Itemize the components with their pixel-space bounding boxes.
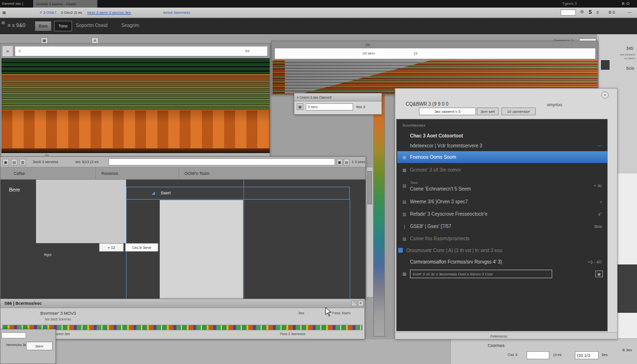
list-icon: ▤ — [345, 160, 349, 164]
menubar-search-input[interactable] — [561, 9, 576, 16]
table-scrollbar-track[interactable] — [366, 167, 373, 298]
right-panel-value: 345 — [626, 46, 633, 51]
list-item-right: — — [598, 143, 602, 148]
combo-window-titlebar[interactable]: ≡ Cesrm 3 ses Oservs3 — [294, 93, 382, 101]
winA-spectro-mid[interactable] — [1, 74, 270, 110]
status-3-label: 3 — [596, 10, 599, 15]
list-item-label: Weeme 3/6 }Orven 3 spec7 — [410, 199, 468, 204]
list-item[interactable]: ] GSE8' | Gses' [7/57 3tns — [397, 220, 608, 232]
bore-button-label: Bore — [38, 24, 47, 28]
table-header-2[interactable]: Revenss — [101, 172, 118, 176]
bore-button[interactable]: Bore — [35, 21, 51, 31]
list-icon: ▤ — [401, 237, 408, 241]
tone-button[interactable]: Tone — [54, 21, 72, 31]
list-item[interactable]: ▦ Gcrnore' 3 s/t 3m oomor — [397, 164, 608, 176]
table-tool-list-icon[interactable]: ▤ — [11, 159, 18, 165]
command-dialog: ✕ CQ&BWR 3 (9 9 0 0 smyrtoo 3ec oseervt … — [395, 88, 618, 339]
grid-icon: ▦ — [401, 168, 408, 173]
toolbar-menu-label[interactable]: ≡ s 9&0 — [8, 23, 26, 28]
combo-select-value: 3 serv — [308, 105, 318, 109]
menubar-app-icon: ▦ — [2, 11, 6, 15]
toolbar-label-1[interactable]: Soportm Oseid — [76, 23, 108, 28]
dialog-sort-button[interactable]: 3cm sert — [477, 108, 499, 115]
bottom-right-panel: Cssrmes Css 3 (3 es 3es B 3es — [450, 338, 637, 364]
menubar-item-2[interactable]: 3 Gev2 | — [61, 11, 75, 15]
dialog-section-header: Sountdes/ses — [402, 124, 425, 127]
list-item[interactable]: Onssmovetr Comr | A) (3 th vst | lrr wrs… — [397, 245, 608, 256]
dialog-subtitle: smyrtoo — [547, 103, 562, 107]
table-search-input[interactable] — [109, 158, 335, 165]
grid-icon: ▦ — [401, 272, 408, 276]
combo-window: ≡ Cesrm 3 ses Oservs3 ▦ 3 serv 4es 3 — [294, 93, 382, 115]
winA-a-tab[interactable]: A — [91, 37, 99, 44]
table-header-1[interactable]: Cefse — [14, 172, 25, 176]
bottom-window-restore-button[interactable]: ❐ — [351, 300, 357, 306]
combo-grid-icon[interactable]: ▦ — [297, 103, 303, 110]
bottom-window-titlebar[interactable]: S86 | Bcermss/esc ❐ ✕ — [0, 299, 364, 308]
table-tooltip: Cec.3r 3erve — [125, 243, 158, 252]
bottom-right-label-b: Fess 3serv — [332, 311, 351, 315]
gear-icon[interactable]: ⚙ — [580, 10, 584, 14]
table-tooltip-label: Cec.3r 3erve — [132, 246, 151, 249]
bottom-right-input-2[interactable] — [575, 351, 599, 359]
table-scrollbar-thumb[interactable] — [367, 171, 372, 204]
winA-spectro-orange[interactable] — [1, 110, 270, 148]
winA-spectro-upper[interactable] — [1, 58, 270, 74]
dialog-more-button-label: 10 usmenssrr — [507, 109, 530, 114]
bottom-right-input-1[interactable] — [527, 351, 549, 359]
bottom-line-1: Bsvrmser' 3 MOV3 — [40, 311, 76, 316]
window-icon: ❐ — [353, 301, 355, 305]
combo-select[interactable]: 3 serv — [306, 103, 353, 110]
list-item[interactable]: ▤ Csnoe f/ss Rssrm/pr/amects — [397, 233, 608, 245]
minimize-icon[interactable]: — — [628, 10, 632, 15]
list-item[interactable]: ▤ Weeme 3/6 }Orven 3 spec7 r — [397, 196, 608, 208]
status-b0-label: B 0 — [609, 10, 615, 15]
combo-window-title: ≡ Cesrm 3 ses Oservs3 — [294, 96, 331, 99]
status-s-icon[interactable]: S — [589, 10, 592, 15]
winB-input-label-2: (3 — [414, 52, 417, 55]
dialog-more-button[interactable]: 10 usmenssrr — [501, 108, 536, 115]
list-item[interactable]: hdeteexcor | Vctr fcommtservere 3 — — [397, 140, 608, 151]
table-header-3[interactable]: OOW'n Tsom — [184, 172, 209, 176]
table-row-label: Bere — [9, 187, 20, 192]
menubar-item-3[interactable]: 3 es — [75, 11, 82, 15]
winA-handle[interactable]: ≈ — [2, 46, 13, 57]
list-item-label: Refade' 3 Ceyscrove Fresseoctoctr'e — [410, 211, 487, 217]
list-item-inline-field[interactable]: Eor#' 3 v0.3c s 3ecsrmsss Ovst a Ssrv/o … — [410, 270, 552, 278]
corner-input[interactable] — [1, 332, 26, 338]
menubar-item-1[interactable]: ≡ 3 OS&7 — [40, 11, 56, 15]
dialog-close-button[interactable]: ✕ — [601, 91, 609, 99]
bottom-right-label-3: 3es — [601, 353, 608, 357]
table-toolbar-label-2: Ies 3(13 (3 es — [75, 160, 99, 164]
table-zoom-spinner[interactable]: × 12 — [99, 243, 124, 252]
bottom-window-close-button[interactable]: ✕ — [358, 300, 364, 306]
toolbar-grid-icon: ▦ — [1, 21, 5, 25]
table-tool-bars-icon[interactable]: ▥ — [19, 159, 26, 165]
list-item[interactable]: ▤ Tsse Csene 'Echnamecn't 5 Seem + 4c — [397, 177, 608, 195]
menubar-item-5[interactable]: wesw 3sermess — [163, 11, 190, 15]
table-header-sep-2 — [179, 167, 179, 180]
titlebar-tab[interactable]: Gromd 3 sscrvs - Oseid — [33, 0, 98, 8]
dialog-sort-button-label: 3cm sert — [481, 109, 495, 114]
list-item-selected[interactable]: ◎ Fnenoos Ooms Soom — [397, 151, 608, 163]
dialog-filter-button[interactable]: 3ec oseervt v 3 — [419, 108, 476, 115]
winA-address-input[interactable] — [15, 46, 268, 56]
tone-button-label: Tone — [58, 24, 68, 28]
table-selection-band[interactable]: ◢ Ssert — [126, 187, 350, 200]
box-icon[interactable]: ▣ — [595, 271, 603, 277]
table-light-column-2 — [160, 200, 243, 299]
list-item-right: 3tns — [594, 224, 602, 229]
list-item[interactable]: ▦ Eor#' 3 v0.3c s 3ecsrmsss Ovst a Ssrv/… — [397, 268, 608, 280]
list-item[interactable]: ▥ Refade' 3 Ceyscrove Fresseoctoctr'e s° — [397, 208, 608, 220]
winA-grid-tab-icon[interactable]: ▦ — [41, 37, 48, 44]
winB-address-input[interactable] — [274, 48, 596, 59]
corner-box[interactable]: 3serv — [26, 342, 53, 350]
list-item[interactable]: Chac 3 Aoet Cotoortoot — [397, 131, 608, 140]
toolbar-label-2[interactable]: Seagrim — [121, 23, 139, 28]
table-tool-box-icon[interactable]: ▣ — [2, 159, 9, 165]
list-item[interactable]: Csrmraromsalfon Fcsrmss/srv Rsrvgss 4' 3… — [397, 256, 608, 267]
menubar-item-4[interactable]: hesv 3 serm 3 seccvs 3es — [87, 11, 131, 15]
right-panel-swatch[interactable] — [601, 60, 610, 70]
table-view-list-button[interactable]: ▤ — [344, 159, 350, 165]
table-view-box-button[interactable]: ▣ — [337, 159, 343, 165]
